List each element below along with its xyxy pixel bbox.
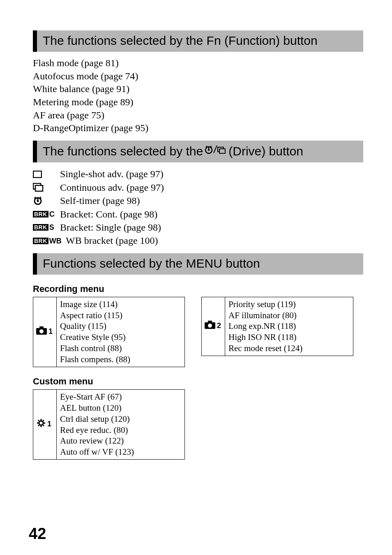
list-item: Self-timer (page 98) bbox=[33, 194, 363, 207]
section-title-suffix: (Drive) button bbox=[228, 144, 303, 158]
menu-item: Red eye reduc. (80) bbox=[60, 425, 181, 436]
menu-item: Auto off w/ VF (123) bbox=[60, 446, 181, 458]
drive-label: Bracket: Single (page 98) bbox=[60, 221, 161, 234]
menu-item: Image size (114) bbox=[60, 299, 181, 310]
drive-label: WB bracket (page 100) bbox=[66, 234, 158, 247]
menu-item: Auto review (122) bbox=[60, 435, 181, 446]
self-timer-icon bbox=[33, 196, 57, 206]
svg-line-25 bbox=[38, 420, 39, 421]
drive-label: Self-timer (page 98) bbox=[60, 194, 140, 207]
recording-menu-heading: Recording menu bbox=[33, 284, 363, 294]
menu-item: Priority setup (119) bbox=[228, 299, 350, 310]
menu-item: Aspect ratio (115) bbox=[60, 310, 181, 321]
section-title: The functions selected by the Fn (Functi… bbox=[43, 34, 318, 48]
section-title: Functions selected by the MENU button bbox=[43, 257, 260, 271]
fn-line: D-RangeOptimizer (page 95) bbox=[33, 122, 363, 135]
section-heading-menu: Functions selected by the MENU button bbox=[33, 253, 363, 275]
fn-line: White balance (page 91) bbox=[33, 83, 363, 96]
svg-rect-8 bbox=[35, 185, 43, 191]
fn-line: AF area (page 75) bbox=[33, 109, 363, 122]
bracket-cont-icon: BRK C bbox=[33, 210, 57, 218]
camera-2-icon: 2 bbox=[202, 297, 225, 356]
menu-item: Flash compens. (88) bbox=[60, 354, 181, 365]
single-shot-icon bbox=[33, 171, 57, 178]
svg-point-14 bbox=[39, 329, 44, 333]
menu-item: AF illuminator (80) bbox=[228, 310, 350, 321]
svg-point-20 bbox=[39, 421, 43, 425]
menu-item: Long exp.NR (118) bbox=[228, 321, 350, 332]
drive-mode-list: Single-shot adv. (page 97) Continuous ad… bbox=[33, 167, 363, 247]
menu-item: Flash control (88) bbox=[60, 343, 181, 354]
custom-menu-table: 1 Eye-Start AF (67) AEL button (120) Ctr… bbox=[33, 389, 185, 460]
svg-rect-17 bbox=[208, 321, 212, 323]
fn-line: Autofocus mode (page 74) bbox=[33, 70, 363, 83]
svg-point-2 bbox=[208, 149, 210, 151]
svg-text:2: 2 bbox=[217, 321, 221, 330]
section-heading-fn: The functions selected by the Fn (Functi… bbox=[33, 30, 363, 52]
recording-menu-table-2: 2 Priority setup (119) AF illuminator (8… bbox=[201, 297, 353, 356]
section-title-prefix: The functions selected by the bbox=[43, 144, 203, 158]
menu-item: Eye-Start AF (67) bbox=[60, 391, 181, 402]
svg-line-3 bbox=[214, 146, 217, 153]
bracket-single-icon: BRK S bbox=[33, 224, 57, 231]
menu-item: Quality (115) bbox=[60, 321, 181, 332]
custom-menu-heading: Custom menu bbox=[33, 376, 363, 387]
camera-1-icon: 1 bbox=[33, 297, 57, 367]
svg-rect-6 bbox=[33, 171, 42, 178]
menu-item: Ctrl dial setup (120) bbox=[60, 414, 181, 425]
fn-function-list: Flash mode (page 81) Autofocus mode (pag… bbox=[33, 57, 363, 135]
list-item: BRK C Bracket: Cont. (page 98) bbox=[33, 208, 363, 221]
menu-item: AEL button (120) bbox=[60, 402, 181, 414]
svg-text:1: 1 bbox=[48, 327, 53, 335]
page-number: 42 bbox=[29, 525, 46, 543]
menu-item: High ISO NR (118) bbox=[228, 332, 350, 343]
list-item: BRK S Bracket: Single (page 98) bbox=[33, 221, 363, 234]
svg-point-11 bbox=[37, 200, 39, 202]
drive-label: Single-shot adv. (page 97) bbox=[60, 167, 164, 180]
section-heading-drive: The functions selected by the (Drive) bu… bbox=[33, 141, 363, 162]
recording-menu-table-1: 1 Image size (114) Aspect ratio (115) Qu… bbox=[33, 297, 185, 367]
drive-label: Continuous adv. (page 97) bbox=[60, 181, 164, 194]
svg-line-27 bbox=[38, 425, 39, 426]
gear-1-icon: 1 bbox=[33, 389, 57, 459]
drive-label: Bracket: Cont. (page 98) bbox=[60, 208, 157, 221]
continuous-shot-icon bbox=[33, 183, 57, 192]
svg-rect-13 bbox=[39, 326, 44, 328]
svg-line-26 bbox=[43, 420, 44, 421]
fn-line: Metering mode (page 89) bbox=[33, 96, 363, 109]
svg-point-18 bbox=[208, 324, 212, 328]
svg-rect-5 bbox=[219, 149, 225, 153]
list-item: Continuous adv. (page 97) bbox=[33, 181, 363, 194]
svg-line-28 bbox=[43, 425, 44, 426]
svg-text:1: 1 bbox=[47, 420, 51, 428]
list-item: Single-shot adv. (page 97) bbox=[33, 167, 363, 180]
fn-line: Flash mode (page 81) bbox=[33, 57, 363, 70]
bracket-wb-icon: BRK WB bbox=[33, 237, 62, 245]
menu-item: Rec mode reset (124) bbox=[228, 343, 350, 354]
menu-item: Creative Style (95) bbox=[60, 332, 181, 343]
list-item: BRK WB WB bracket (page 100) bbox=[33, 234, 363, 247]
drive-button-icon bbox=[205, 144, 227, 155]
